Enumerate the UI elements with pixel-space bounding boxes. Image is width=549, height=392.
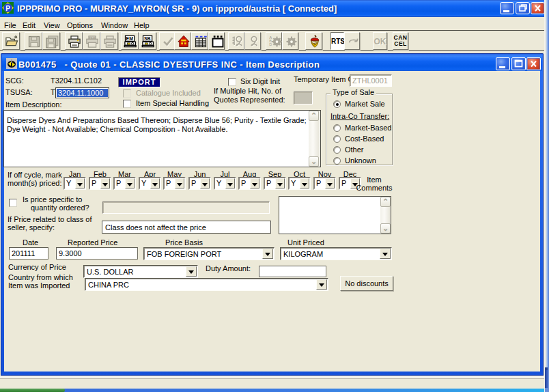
- svg-text:EM: EM: [126, 36, 134, 41]
- svg-text:SB: SB: [144, 36, 151, 41]
- svg-text:P: P: [5, 5, 10, 12]
- svg-text:D: D: [269, 42, 272, 46]
